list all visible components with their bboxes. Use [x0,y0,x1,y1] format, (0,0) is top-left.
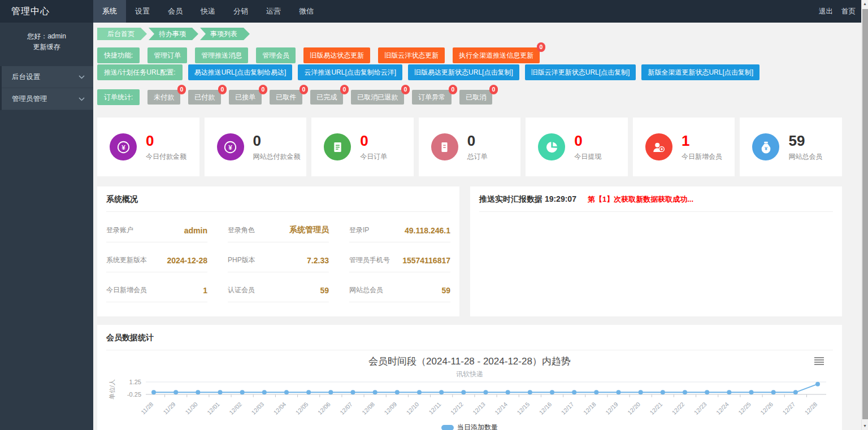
svg-text:12/09: 12/09 [383,401,398,416]
count-badge: 0 [449,85,458,94]
system-overview-panel: 系统概况 登录账户admin登录角色系统管理员登录IP49.118.246.1系… [97,186,459,316]
sidebar-menu-item[interactable]: 后台设置 [2,66,93,88]
stat-value: 59 [788,132,822,149]
chart-legend[interactable]: 当日添加数量 [106,423,833,430]
svg-text:12/07: 12/07 [338,401,354,416]
svg-text:12/20: 12/20 [626,401,641,416]
svg-text:11/28: 11/28 [140,401,155,416]
info-value: 7.2.33 [307,256,329,265]
topnav-item[interactable]: 会员 [159,0,192,23]
action-button[interactable]: 已取件0 [270,90,302,105]
stat-label: 今日付款金额 [146,152,186,162]
topbar-links: 退出首页 [819,0,861,23]
system-info-grid: 登录账户admin登录角色系统管理员登录IP49.118.246.1系统更新版本… [106,212,450,302]
chart-menu-icon[interactable] [814,357,824,366]
chart-title: 会员时间段（2024-11-28 - 2024-12-28）内趋势 [106,355,833,368]
topbar-link[interactable]: 首页 [841,7,856,16]
action-button[interactable]: 订单异常0 [412,90,452,105]
action-button[interactable]: 旧版云洋状态更新 [378,47,445,63]
topnav-item[interactable]: 快递 [192,0,224,23]
count-badge: 0 [537,42,546,52]
svg-text:12/04: 12/04 [272,401,287,416]
action-button[interactable]: 易达推送URL[点击复制给易达] [188,64,293,80]
document-icon [324,133,351,160]
svg-text:12/05: 12/05 [294,401,310,416]
breadcrumb-item[interactable]: 待办事项 [149,28,198,40]
system-info-cell: 登录账户admin [106,212,207,242]
stat-card-text: 0今日订单 [360,132,387,162]
topnav-item[interactable]: 设置 [126,0,159,23]
svg-text:12/10: 12/10 [405,401,420,416]
scrollbar-up-button[interactable]: ▲ [862,2,868,6]
sidebar-menu-label: 管理员管理 [12,94,47,104]
svg-text:12/27: 12/27 [781,401,796,416]
refresh-cache-link[interactable]: 更新缓存 [0,42,93,53]
action-button[interactable]: 执行全渠道推送信息更新0 [453,47,540,63]
action-button[interactable]: 管理会员 [256,47,296,63]
stat-label: 今日提现 [574,152,601,162]
action-button[interactable]: 已付款0 [188,90,221,105]
topnav-item[interactable]: 系统 [93,0,126,23]
push-report-panel: 推送实时汇报数据 19:29:07 第【1】次获取新数据获取成功... [470,186,842,316]
stat-value: 0 [253,132,301,149]
sidebar-menu: 后台设置管理员管理 [0,66,93,110]
stat-card-text: 0总订单 [467,132,488,162]
svg-text:12/13: 12/13 [471,401,487,416]
system-info-cell: 今日新增会员1 [106,272,207,302]
breadcrumb-item[interactable]: 后台首页 [97,28,147,40]
info-label: 登录账户 [106,225,133,235]
action-button[interactable]: 新版全渠道更新状态URL[点击复制] [641,64,760,80]
action-button[interactable]: 已取消0 [459,90,492,105]
stat-label: 网站总付款金额 [253,152,301,162]
stat-card-text: 59网站总会员 [788,132,822,162]
svg-text:¥: ¥ [765,145,767,151]
sidebar-menu-item[interactable]: 管理员管理 [2,88,93,110]
svg-text:11/29: 11/29 [162,401,177,416]
count-badge: 0 [177,85,186,94]
action-button[interactable]: 旧版云洋更新状态URL[点击复制] [525,64,636,80]
stat-value: 0 [574,132,601,149]
svg-text:12/01: 12/01 [206,401,221,416]
breadcrumb-item[interactable]: 事项列表 [200,28,250,40]
stat-value: 0 [467,132,488,149]
info-label: 网站总会员 [349,285,383,295]
svg-text:12/18: 12/18 [582,401,597,416]
action-button[interactable]: 管理订单 [147,47,187,63]
topnav-item[interactable]: 运营 [257,0,290,23]
svg-text:¥: ¥ [228,143,232,151]
info-label: 登录IP [349,225,369,235]
count-badge: 0 [489,85,498,94]
stat-card: ¥59网站总会员 [740,118,842,176]
action-button[interactable]: 云洋推送URL[点击复制给云洋] [298,64,402,80]
action-button[interactable]: 管理推送消息 [195,47,248,63]
topnav-item[interactable]: 分销 [224,0,257,23]
svg-text:12/17: 12/17 [560,401,575,416]
topbar-link[interactable]: 退出 [819,7,833,16]
action-button[interactable]: 已接单0 [229,90,262,105]
svg-text:12/25: 12/25 [737,401,752,416]
scrollbar-track[interactable]: ▲ ▼ [861,0,868,430]
scrollbar-thumb[interactable] [862,9,868,419]
system-info-cell: 登录角色系统管理员 [228,212,329,242]
info-value: 1 [203,286,207,295]
sidebar-user-block: 您好：admin 更新缓存 [0,23,93,60]
action-button[interactable]: 已取消已退款0 [351,90,404,105]
info-label: PHP版本 [228,255,255,265]
info-value: 系统管理员 [289,225,329,235]
row-label-chip: 订单统计: [97,89,140,105]
action-button[interactable]: 旧版易达状态更新 [303,47,370,63]
action-button[interactable]: 旧版易达更新状态URL[点击复制] [408,64,519,80]
topnav-item[interactable]: 微信 [290,0,323,23]
svg-text:12/06: 12/06 [316,401,332,416]
action-button[interactable]: 已完成0 [310,90,343,105]
info-value: 15574116817 [402,256,450,265]
receipt-icon [431,133,458,160]
admin-dashboard: 管理中心 系统设置会员快递分销运营微信 退出首页 您好：admin 更新缓存 后… [0,0,868,430]
url-config-row: 推送/计划任务URL配置:易达推送URL[点击复制给易达]云洋推送URL[点击复… [97,64,842,80]
info-value: 49.118.246.1 [405,226,450,235]
money-bag-icon: ¥ [752,133,779,160]
svg-text:12/22: 12/22 [670,401,685,416]
scrollbar-down-button[interactable]: ▼ [862,424,868,428]
action-button[interactable]: 未付款0 [147,90,180,105]
system-info-cell: 登录IP49.118.246.1 [349,212,450,242]
